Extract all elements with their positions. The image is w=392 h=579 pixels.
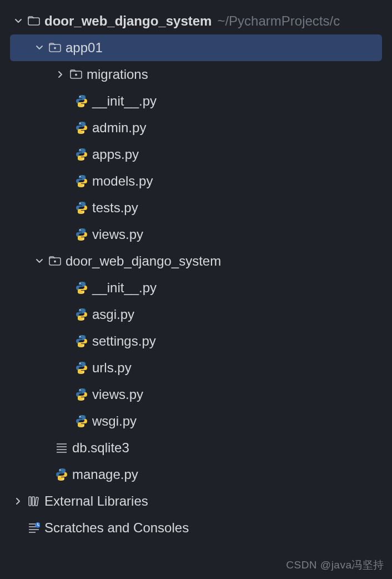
- tree-row-file[interactable]: apps.py: [0, 141, 392, 168]
- tree-row-scratches[interactable]: Scratches and Consoles: [0, 515, 392, 541]
- tree-row-project-root[interactable]: door_web_django_system ~/PycharmProjects…: [0, 8, 392, 34]
- chevron-right-icon[interactable]: [11, 497, 26, 505]
- scratches-label: Scratches and Consoles: [44, 520, 189, 536]
- project-tree: door_web_django_system ~/PycharmProjects…: [0, 0, 392, 579]
- folder-dot-icon: [47, 42, 63, 54]
- tree-row-app01[interactable]: app01: [10, 34, 382, 61]
- chevron-right-icon[interactable]: [53, 71, 68, 78]
- project-root-path: ~/PycharmProjects/c: [217, 13, 340, 29]
- file-label: admin.py: [92, 120, 146, 136]
- tree-row-file[interactable]: tests.py: [0, 194, 392, 221]
- python-file-icon: [73, 361, 90, 375]
- project-root-label: door_web_django_system: [44, 13, 212, 29]
- python-file-icon: [73, 415, 90, 428]
- python-file-icon: [53, 468, 70, 481]
- file-label: asgi.py: [92, 307, 134, 322]
- scratches-icon: [26, 522, 42, 534]
- tree-row-external-libraries[interactable]: External Libraries: [0, 488, 392, 515]
- external-libraries-label: External Libraries: [44, 493, 148, 509]
- library-icon: [26, 495, 42, 507]
- tree-row-file[interactable]: db.sqlite3: [0, 435, 392, 461]
- folder-label: migrations: [87, 67, 148, 82]
- tree-row-file[interactable]: admin.py: [0, 114, 392, 141]
- file-label: urls.py: [92, 360, 132, 376]
- chevron-down-icon[interactable]: [11, 17, 26, 25]
- python-file-icon: [73, 388, 90, 401]
- file-label: settings.py: [92, 333, 156, 349]
- folder-dot-icon: [47, 255, 63, 267]
- file-label: models.py: [92, 173, 153, 189]
- file-label: wsgi.py: [92, 413, 137, 429]
- python-file-icon: [73, 308, 90, 321]
- python-file-icon: [73, 174, 90, 188]
- python-file-icon: [73, 228, 90, 241]
- tree-row-file[interactable]: __init__.py: [0, 88, 392, 114]
- tree-row-file[interactable]: manage.py: [0, 461, 392, 488]
- tree-row-file[interactable]: settings.py: [0, 328, 392, 355]
- folder-label: door_web_django_system: [66, 253, 221, 269]
- file-label: apps.py: [92, 147, 139, 162]
- tree-row-file[interactable]: wsgi.py: [0, 408, 392, 435]
- tree-row-migrations[interactable]: migrations: [0, 61, 392, 88]
- tree-row-package[interactable]: door_web_django_system: [0, 248, 392, 274]
- python-file-icon: [73, 201, 90, 214]
- python-file-icon: [73, 94, 90, 108]
- file-label: __init__.py: [92, 280, 157, 296]
- folder-icon: [26, 15, 42, 27]
- chevron-down-icon[interactable]: [32, 44, 47, 52]
- tree-row-file[interactable]: views.py: [0, 221, 392, 248]
- python-file-icon: [73, 148, 90, 161]
- file-label: manage.py: [72, 467, 138, 482]
- chevron-down-icon[interactable]: [32, 257, 47, 265]
- tree-row-file[interactable]: asgi.py: [0, 301, 392, 328]
- python-file-icon: [73, 121, 90, 134]
- folder-dot-icon: [68, 68, 84, 81]
- file-label: views.py: [92, 387, 143, 402]
- folder-label: app01: [66, 40, 103, 56]
- tree-row-file[interactable]: models.py: [0, 168, 392, 194]
- python-file-icon: [73, 281, 90, 295]
- tree-row-file[interactable]: urls.py: [0, 355, 392, 381]
- file-label: views.py: [92, 227, 143, 242]
- text-file-icon: [53, 442, 70, 454]
- file-label: db.sqlite3: [72, 440, 129, 456]
- python-file-icon: [73, 335, 90, 348]
- watermark: CSDN @java冯坚持: [286, 558, 384, 572]
- tree-row-file[interactable]: __init__.py: [0, 274, 392, 301]
- tree-row-file[interactable]: views.py: [0, 381, 392, 408]
- file-label: __init__.py: [92, 93, 157, 109]
- file-label: tests.py: [92, 200, 138, 216]
